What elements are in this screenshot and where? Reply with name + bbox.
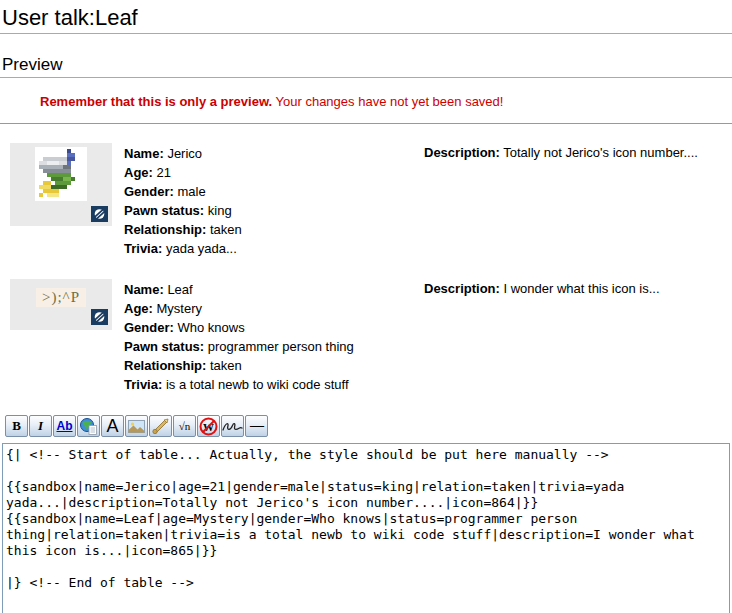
media-file-button[interactable] <box>149 415 172 437</box>
field-value: 21 <box>157 165 171 180</box>
headline-icon: A <box>106 416 118 437</box>
profile-row-jerico: Name: Jerico Age: 21 Gender: male Pawn s… <box>0 143 732 259</box>
thumb-box: >);^P <box>10 279 112 330</box>
field-value: yada yada... <box>166 241 237 256</box>
description-value: I wonder what this icon is... <box>503 281 659 296</box>
badge-row <box>14 309 108 325</box>
page-title: User talk:Leaf <box>0 2 732 34</box>
preview-warning-rest: Your changes have not yet been saved! <box>272 94 503 109</box>
profile-description: Description: Totally not Jerico's icon n… <box>424 144 724 162</box>
horizontal-line-button[interactable]: — <box>245 415 268 437</box>
field-label: Name: <box>124 146 164 161</box>
field-relationship: Relationship: taken <box>124 356 732 375</box>
field-label: Pawn status: <box>124 203 204 218</box>
field-label: Age: <box>124 301 153 316</box>
field-age: Age: 21 <box>124 163 732 182</box>
field-value: Mystery <box>157 301 203 316</box>
edit-toolbar: B I Ab A √n W <box>5 415 732 437</box>
field-value: king <box>208 203 232 218</box>
math-formula-button[interactable]: √n <box>173 415 196 437</box>
profile-row-leaf: >);^P Name: Leaf Age: Mystery Gender: Wh… <box>0 279 732 395</box>
field-label: Gender: <box>124 320 174 335</box>
signature-button[interactable] <box>221 415 244 437</box>
field-label: Trivia: <box>124 377 162 392</box>
field-label: Trivia: <box>124 241 162 256</box>
description-label: Description: <box>424 145 500 160</box>
field-age: Age: Mystery <box>124 299 732 318</box>
field-value: Who knows <box>177 320 244 335</box>
nowiki-icon: W <box>199 417 218 436</box>
field-label: Relationship: <box>124 358 206 373</box>
description-label: Description: <box>424 281 500 296</box>
field-pawn-status: Pawn status: programmer person thing <box>124 337 732 356</box>
external-link-button[interactable] <box>77 415 100 437</box>
field-gender: Gender: Who knows <box>124 318 732 337</box>
field-label: Age: <box>124 165 153 180</box>
field-pawn-status: Pawn status: king <box>124 201 732 220</box>
emoticon-alt-text: >);^P <box>36 288 86 307</box>
field-gender: Gender: male <box>124 182 732 201</box>
divider <box>0 123 732 124</box>
field-value: programmer person thing <box>208 339 354 354</box>
field-trivia: Trivia: is a total newb to wiki code stu… <box>124 375 732 394</box>
field-value: Leaf <box>167 282 192 297</box>
wikitext-editor[interactable] <box>2 443 730 613</box>
internal-link-icon: Ab <box>57 419 73 433</box>
bold-icon: B <box>12 418 21 434</box>
profile-description: Description: I wonder what this icon is.… <box>424 280 724 298</box>
media-placeholder-icon[interactable] <box>91 309 108 325</box>
field-trivia: Trivia: yada yada... <box>124 239 732 258</box>
field-value: taken <box>210 222 242 237</box>
preview-warning-bold: Remember that this is only a preview. <box>40 94 272 109</box>
media-placeholder-icon[interactable] <box>91 206 108 222</box>
section-heading-preview: Preview <box>0 55 732 78</box>
nowiki-button[interactable]: W <box>197 415 220 437</box>
preview-warning: Remember that this is only a preview. Yo… <box>40 94 732 109</box>
signature-icon <box>222 419 243 433</box>
thumb-box <box>10 143 112 226</box>
field-label: Gender: <box>124 184 174 199</box>
trumpet-icon <box>151 418 170 435</box>
internal-link-button[interactable]: Ab <box>53 415 76 437</box>
field-value: is a total newb to wiki code stuff <box>166 377 349 392</box>
math-icon: √n <box>179 420 191 432</box>
field-label: Relationship: <box>124 222 206 237</box>
badge-row <box>14 206 108 222</box>
field-relationship: Relationship: taken <box>124 220 732 239</box>
field-value: male <box>177 184 205 199</box>
pixel-art-creature-icon <box>35 147 87 201</box>
horizontal-line-icon: — <box>250 418 263 434</box>
headline-button[interactable]: A <box>101 415 124 437</box>
jerico-pixel-art-image[interactable] <box>35 147 87 201</box>
field-value: Jerico <box>167 146 202 161</box>
italic-icon: I <box>38 418 43 434</box>
field-label: Name: <box>124 282 164 297</box>
globe-icon <box>79 417 98 435</box>
image-icon <box>128 420 145 433</box>
bold-button[interactable]: B <box>5 415 28 437</box>
description-value: Totally not Jerico's icon number.... <box>503 145 698 160</box>
profile-list: Name: Jerico Age: 21 Gender: male Pawn s… <box>0 143 732 395</box>
field-label: Pawn status: <box>124 339 204 354</box>
field-value: taken <box>210 358 242 373</box>
italic-button[interactable]: I <box>29 415 52 437</box>
embedded-image-button[interactable] <box>125 415 148 437</box>
